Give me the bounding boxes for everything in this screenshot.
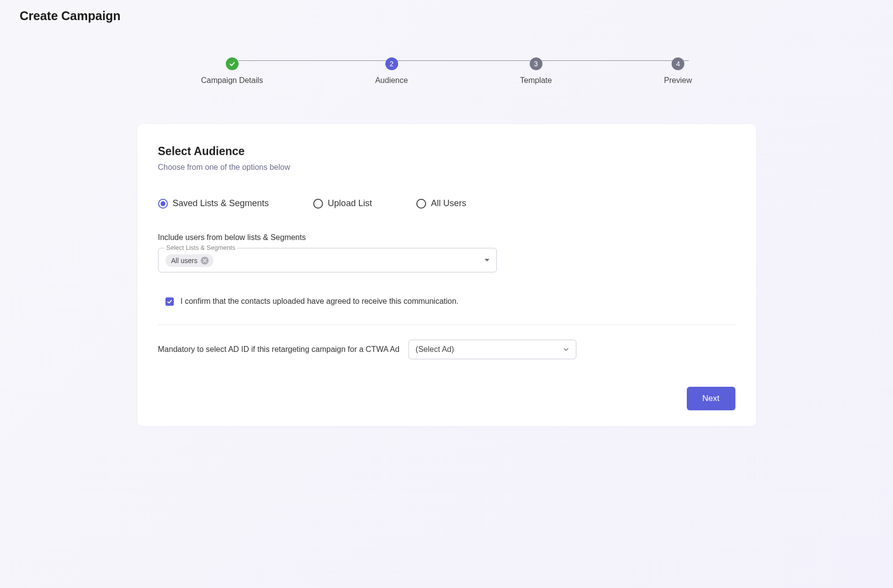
audience-radio-group: Saved Lists & Segments Upload List All U… bbox=[158, 198, 735, 209]
ad-select[interactable]: (Select Ad) bbox=[408, 340, 576, 359]
include-label: Include users from below lists & Segment… bbox=[158, 233, 735, 242]
check-icon bbox=[226, 57, 239, 70]
radio-icon bbox=[158, 199, 168, 209]
confirm-text: I confirm that the contacts uploaded hav… bbox=[181, 297, 459, 306]
chevron-down-icon bbox=[563, 347, 569, 352]
radio-icon bbox=[416, 199, 426, 209]
step-label: Campaign Details bbox=[201, 76, 263, 85]
confirm-checkbox[interactable] bbox=[165, 297, 174, 306]
lists-segments-select[interactable]: Select Lists & Segments All users bbox=[158, 248, 497, 272]
audience-card: Select Audience Choose from one of the o… bbox=[137, 124, 756, 426]
step-label: Audience bbox=[375, 76, 408, 85]
divider bbox=[158, 324, 735, 325]
step-campaign-details[interactable]: Campaign Details bbox=[201, 57, 263, 85]
step-number-icon: 4 bbox=[672, 57, 684, 70]
step-preview[interactable]: 4 Preview bbox=[664, 57, 692, 85]
button-row: Next bbox=[158, 387, 735, 410]
radio-label: Upload List bbox=[328, 198, 372, 209]
ad-select-placeholder: (Select Ad) bbox=[416, 345, 454, 354]
step-number-icon: 3 bbox=[530, 57, 542, 70]
section-title: Select Audience bbox=[158, 145, 735, 158]
step-label: Template bbox=[520, 76, 552, 85]
step-number-icon: 2 bbox=[385, 57, 398, 70]
chevron-down-icon[interactable] bbox=[485, 259, 489, 262]
radio-all-users[interactable]: All Users bbox=[416, 198, 466, 209]
ad-label: Mandatory to select AD ID if this retarg… bbox=[158, 345, 400, 354]
chip-all-users: All users bbox=[165, 254, 214, 267]
radio-label: All Users bbox=[431, 198, 466, 209]
step-label: Preview bbox=[664, 76, 692, 85]
radio-upload-list[interactable]: Upload List bbox=[313, 198, 372, 209]
stepper: Campaign Details 2 Audience 3 Template 4… bbox=[177, 57, 717, 85]
section-subtitle: Choose from one of the options below bbox=[158, 163, 735, 172]
select-legend: Select Lists & Segments bbox=[164, 244, 238, 251]
step-template[interactable]: 3 Template bbox=[520, 57, 552, 85]
close-icon[interactable] bbox=[201, 257, 209, 265]
confirm-checkbox-row: I confirm that the contacts uploaded hav… bbox=[165, 297, 735, 306]
chip-label: All users bbox=[171, 257, 198, 265]
radio-saved-lists[interactable]: Saved Lists & Segments bbox=[158, 198, 269, 209]
radio-icon bbox=[313, 199, 323, 209]
next-button[interactable]: Next bbox=[687, 387, 735, 410]
ad-row: Mandatory to select AD ID if this retarg… bbox=[158, 340, 735, 359]
radio-label: Saved Lists & Segments bbox=[173, 198, 269, 209]
page-title: Create Campaign bbox=[20, 9, 873, 23]
step-audience[interactable]: 2 Audience bbox=[375, 57, 408, 85]
